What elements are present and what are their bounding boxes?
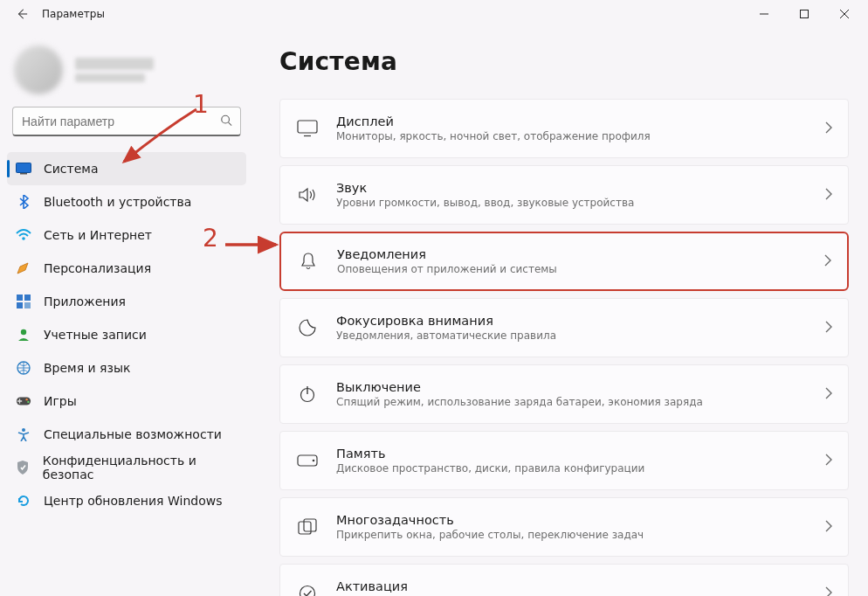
sidebar-item-label: Сеть и Интернет [44, 228, 152, 242]
sidebar-item-accessibility[interactable]: Специальные возможности [7, 418, 246, 451]
activation-icon [296, 582, 319, 596]
search-icon [220, 114, 232, 129]
close-button[interactable] [824, 0, 865, 28]
chevron-right-icon [824, 386, 832, 403]
sidebar: СистемаBluetooth и устройстваСеть и Инте… [0, 28, 253, 596]
page-title: Система [279, 47, 854, 76]
sidebar-item-label: Конфиденциальность и безопас [43, 454, 238, 482]
card-title: Звук [336, 181, 807, 195]
card-multitask[interactable]: МногозадачностьПрикрепить окна, рабочие … [279, 497, 849, 557]
svg-rect-9 [17, 295, 23, 301]
search-input[interactable] [12, 107, 241, 136]
sidebar-item-personalization[interactable]: Персонализация [7, 252, 246, 285]
card-body: ВыключениеСпящий режим, использование за… [336, 380, 807, 408]
svg-point-4 [222, 115, 230, 123]
svg-line-5 [229, 122, 232, 126]
display-icon [296, 117, 319, 140]
system-icon [16, 161, 31, 177]
svg-rect-11 [17, 302, 23, 308]
apps-icon [16, 294, 31, 309]
card-subtitle: Дисковое пространство, диски, правила ко… [336, 462, 807, 475]
svg-rect-6 [17, 163, 31, 173]
privacy-icon [16, 460, 31, 475]
chevron-right-icon [824, 519, 832, 536]
sidebar-item-network[interactable]: Сеть и Интернет [7, 218, 246, 252]
sidebar-item-label: Учетные записи [44, 328, 147, 342]
sidebar-item-label: Bluetooth и устройства [44, 195, 191, 209]
card-subtitle: Уровни громкости, вывод, ввод, звуковые … [336, 197, 807, 209]
svg-rect-1 [801, 10, 809, 18]
maximize-button[interactable] [784, 0, 824, 28]
chevron-right-icon [824, 586, 832, 597]
card-title: Выключение [336, 380, 807, 394]
sound-icon [296, 184, 319, 206]
accounts-icon [16, 327, 31, 343]
nav-list: СистемаBluetooth и устройстваСеть и Инте… [7, 152, 246, 517]
card-title: Дисплей [336, 114, 807, 128]
sidebar-item-privacy[interactable]: Конфиденциальность и безопас [7, 451, 246, 484]
sidebar-item-label: Игры [44, 394, 77, 408]
svg-rect-19 [298, 121, 317, 133]
card-title: Фокусировка внимания [336, 314, 807, 328]
svg-rect-12 [24, 302, 31, 308]
chevron-right-icon [824, 187, 832, 204]
sidebar-item-label: Приложения [44, 295, 126, 308]
card-display[interactable]: ДисплейМониторы, яркость, ночной свет, о… [279, 99, 849, 158]
sidebar-item-accounts[interactable]: Учетные записи [7, 318, 246, 351]
multitask-icon [296, 516, 319, 538]
notifications-icon [297, 250, 320, 273]
profile-text [75, 58, 154, 82]
sidebar-item-system[interactable]: Система [7, 152, 246, 185]
card-body: АктивацияСостояние активации, подписки, … [336, 579, 807, 596]
card-subtitle: Прикрепить окна, рабочие столы, переключ… [336, 529, 807, 541]
card-activation[interactable]: АктивацияСостояние активации, подписки, … [279, 564, 849, 596]
svg-rect-25 [299, 522, 311, 534]
window-controls [744, 0, 865, 28]
power-icon [296, 383, 319, 405]
sidebar-item-apps[interactable]: Приложения [7, 285, 246, 318]
card-body: ДисплейМониторы, яркость, ночной свет, о… [336, 114, 807, 142]
titlebar: Параметры [0, 0, 868, 28]
accessibility-icon [16, 426, 31, 442]
card-subtitle: Мониторы, яркость, ночной свет, отображе… [336, 130, 807, 142]
card-subtitle: Оповещения от приложений и системы [337, 263, 806, 275]
card-storage[interactable]: ПамятьДисковое пространство, диски, прав… [279, 431, 849, 490]
minimize-button[interactable] [744, 0, 784, 28]
card-sound[interactable]: ЗвукУровни громкости, вывод, ввод, звуко… [279, 165, 849, 225]
sidebar-item-timelang[interactable]: Время и язык [7, 351, 246, 385]
sidebar-item-bluetooth[interactable]: Bluetooth и устройства [7, 185, 246, 218]
card-body: Фокусировка вниманияУведомления, автомат… [336, 314, 807, 342]
chevron-right-icon [824, 453, 832, 469]
svg-point-8 [22, 237, 25, 240]
sidebar-item-label: Время и язык [44, 361, 130, 375]
card-title: Память [336, 447, 807, 461]
window-title: Параметры [42, 8, 105, 20]
sidebar-item-gaming[interactable]: Игры [7, 385, 246, 418]
sidebar-item-label: Специальные возможности [44, 427, 222, 441]
card-body: МногозадачностьПрикрепить окна, рабочие … [336, 513, 807, 541]
svg-rect-7 [20, 173, 27, 175]
network-icon [16, 227, 31, 243]
svg-rect-10 [24, 295, 31, 301]
card-notifications[interactable]: УведомленияОповещения от приложений и си… [279, 232, 849, 291]
sidebar-item-label: Система [44, 162, 98, 176]
card-body: УведомленияОповещения от приложений и си… [337, 247, 806, 275]
profile-block[interactable] [7, 42, 246, 107]
search-wrap [7, 107, 246, 136]
bluetooth-icon [16, 194, 31, 210]
timelang-icon [16, 360, 31, 376]
svg-point-17 [27, 401, 29, 403]
chevron-right-icon [823, 253, 831, 270]
back-button[interactable] [12, 4, 31, 24]
personalization-icon [16, 260, 31, 276]
card-power[interactable]: ВыключениеСпящий режим, использование за… [279, 364, 849, 424]
svg-point-16 [25, 398, 27, 400]
main-content: Система ДисплейМониторы, яркость, ночной… [253, 28, 868, 596]
sidebar-item-update[interactable]: Центр обновления Windows [7, 484, 246, 517]
card-focus[interactable]: Фокусировка вниманияУведомления, автомат… [279, 298, 849, 357]
svg-point-18 [22, 428, 25, 432]
card-title: Активация [336, 579, 807, 593]
gaming-icon [16, 393, 31, 409]
chevron-right-icon [824, 320, 832, 336]
card-body: ПамятьДисковое пространство, диски, прав… [336, 447, 807, 475]
